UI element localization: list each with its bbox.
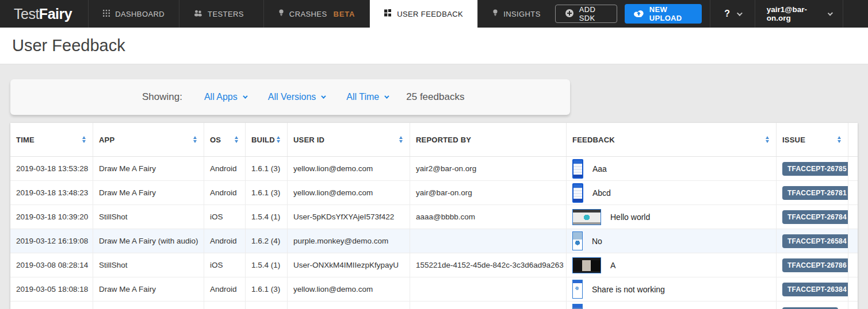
cell-reported-by xyxy=(410,229,567,253)
cell-feedback: Aaa xyxy=(567,157,777,180)
nav-item-user-feedback-active[interactable]: USER FEEDBACK xyxy=(369,0,477,28)
filter-all-apps-label: All Apps xyxy=(204,92,238,102)
issue-badge[interactable]: TFACCEPT-26384 xyxy=(782,283,848,296)
feedback-text: Hello world xyxy=(610,213,650,222)
cell-time: 2019-03-18 13:53:28 xyxy=(10,157,93,180)
feedback-table: TIME APP OS BUILD USER ID REPORTED BY FE… xyxy=(10,123,858,309)
cell-feedback: No xyxy=(567,229,777,253)
cell-os: Android xyxy=(204,157,246,180)
table-row[interactable]: 2019-03-05 18:08:18 Draw Me A Fairy Andr… xyxy=(10,277,858,302)
table-row[interactable] xyxy=(10,302,858,309)
add-circle-icon xyxy=(565,9,574,20)
column-header-build[interactable]: BUILD xyxy=(246,123,288,156)
feedback-screenshot-thumbnail[interactable] xyxy=(572,183,583,203)
issue-badge[interactable]: TFACCEPT-26784 xyxy=(782,210,848,224)
column-header-reported-by[interactable]: REPORTED BY xyxy=(410,123,567,156)
nav-item-label: DASHBOARD xyxy=(115,10,165,18)
cell-app: StillShot xyxy=(93,253,204,277)
help-question-label: ? xyxy=(724,9,730,19)
column-header-time[interactable]: TIME xyxy=(10,123,93,156)
column-header-os[interactable]: OS xyxy=(204,123,246,156)
cell-build: 1.6.1 (3) xyxy=(246,277,288,301)
beta-badge: BETA xyxy=(334,10,355,18)
sort-icon xyxy=(277,136,280,143)
new-upload-label: NEW UPLOAD xyxy=(649,5,693,22)
add-sdk-button[interactable]: ADD SDK xyxy=(555,5,617,23)
issue-badge[interactable]: TFACCEPT-26584 xyxy=(782,234,848,248)
filter-all-time-dropdown[interactable]: All Time xyxy=(346,92,388,102)
feedback-text: Aaa xyxy=(592,164,607,173)
cell-reported-by: aaaa@bbbb.com xyxy=(410,205,567,229)
nav-item-insights[interactable]: INSIGHTS xyxy=(477,0,555,28)
column-label: USER ID xyxy=(293,136,324,144)
cell-build: 1.5.4 (1) xyxy=(246,253,288,277)
page-title: User Feedback xyxy=(12,36,125,55)
user-email-label: yair1@bar-on.org xyxy=(767,5,822,22)
logo-text-light: Test xyxy=(14,6,39,22)
column-label: TIME xyxy=(16,136,35,144)
cell-spacer xyxy=(848,205,858,229)
cell-build: 1.6.1 (3) xyxy=(246,181,288,204)
cell-time: 2019-03-18 10:39:20 xyxy=(10,205,93,229)
filter-all-apps-dropdown[interactable]: All Apps xyxy=(204,92,246,102)
sort-icon xyxy=(235,136,238,143)
nav-item-label: CRASHES xyxy=(289,10,327,18)
feedback-screenshot-thumbnail[interactable] xyxy=(572,209,601,225)
cell-user-id: User-ONXkM4IMIIezpKfypayU xyxy=(288,253,410,277)
feedback-screenshot-thumbnail[interactable] xyxy=(572,231,583,250)
feedback-screenshot-thumbnail[interactable] xyxy=(572,280,583,299)
cell-user-id: yellow.lion@demo.com xyxy=(288,157,410,180)
user-feedback-squares-icon xyxy=(384,9,392,18)
cell-issue: TFACCEPT-26786 xyxy=(777,253,848,277)
cell-build: 1.5.4 (1) xyxy=(246,205,288,229)
cell-os xyxy=(204,302,246,309)
cell-feedback xyxy=(567,302,777,309)
cell-spacer xyxy=(848,229,858,253)
feedback-screenshot-thumbnail[interactable] xyxy=(572,304,583,309)
cell-issue xyxy=(777,302,848,309)
filter-all-versions-dropdown[interactable]: All Versions xyxy=(268,92,325,102)
cell-user-id xyxy=(288,302,410,309)
cell-app: Draw Me A Fairy xyxy=(93,157,204,180)
testfairy-logo[interactable]: TestFairy xyxy=(0,0,88,28)
feedback-screenshot-thumbnail[interactable] xyxy=(572,257,601,273)
nav-item-crashes[interactable]: CRASHES BETA xyxy=(263,0,369,28)
table-row[interactable]: 2019-03-18 10:39:20 StillShot iOS 1.5.4 … xyxy=(10,205,858,229)
cell-build xyxy=(246,302,288,309)
column-header-issue[interactable]: ISSUE xyxy=(777,123,848,156)
cell-time xyxy=(10,302,93,309)
cell-os: iOS xyxy=(204,205,246,229)
new-upload-button[interactable]: NEW UPLOAD xyxy=(625,4,702,24)
cell-spacer xyxy=(848,302,858,309)
issue-badge[interactable]: TFACCEPT-26786 xyxy=(782,258,848,272)
cell-build: 1.6.1 (3) xyxy=(246,157,288,180)
feedback-text: Abcd xyxy=(592,188,611,198)
sort-icon xyxy=(838,136,841,143)
table-row[interactable]: 2019-03-18 13:48:23 Draw Me A Fairy Andr… xyxy=(10,181,858,205)
cell-user-id: yellow.lion@demo.com xyxy=(288,181,410,204)
column-header-user-id[interactable]: USER ID xyxy=(288,123,410,156)
user-account-menu[interactable]: yair1@bar-on.org xyxy=(755,5,843,22)
cell-reported-by: yair2@bar-on.org xyxy=(410,157,567,180)
cell-issue: TFACCEPT-26384 xyxy=(777,277,848,301)
table-row[interactable]: 2019-03-12 16:19:08 Draw Me A Fairy (wit… xyxy=(10,229,858,253)
help-menu[interactable]: ? xyxy=(710,9,755,19)
column-label: OS xyxy=(210,136,221,144)
column-header-feedback[interactable]: FEEDBACK xyxy=(567,123,777,156)
cell-time: 2019-03-08 08:28:14 xyxy=(10,253,93,277)
cell-issue: TFACCEPT-26785 xyxy=(777,157,848,180)
nav-item-dashboard[interactable]: DASHBOARD xyxy=(88,0,179,28)
table-row[interactable]: 2019-03-18 13:53:28 Draw Me A Fairy Andr… xyxy=(10,157,858,181)
cell-spacer xyxy=(848,157,858,180)
column-header-app[interactable]: APP xyxy=(93,123,204,156)
issue-badge[interactable]: TFACCEPT-26781 xyxy=(782,186,848,200)
issue-badge[interactable] xyxy=(782,307,838,309)
table-row[interactable]: 2019-03-08 08:28:14 StillShot iOS 1.5.4 … xyxy=(10,253,858,277)
showing-label: Showing: xyxy=(142,91,182,103)
feedback-screenshot-thumbnail[interactable] xyxy=(572,159,583,179)
nav-item-testers[interactable]: TESTERS xyxy=(179,0,263,28)
issue-badge[interactable]: TFACCEPT-26785 xyxy=(782,162,848,176)
cell-reported-by xyxy=(410,302,567,309)
nav-right-section: ADD SDK NEW UPLOAD ? yair1@bar-on.org xyxy=(555,0,868,28)
column-label: APP xyxy=(99,136,114,144)
